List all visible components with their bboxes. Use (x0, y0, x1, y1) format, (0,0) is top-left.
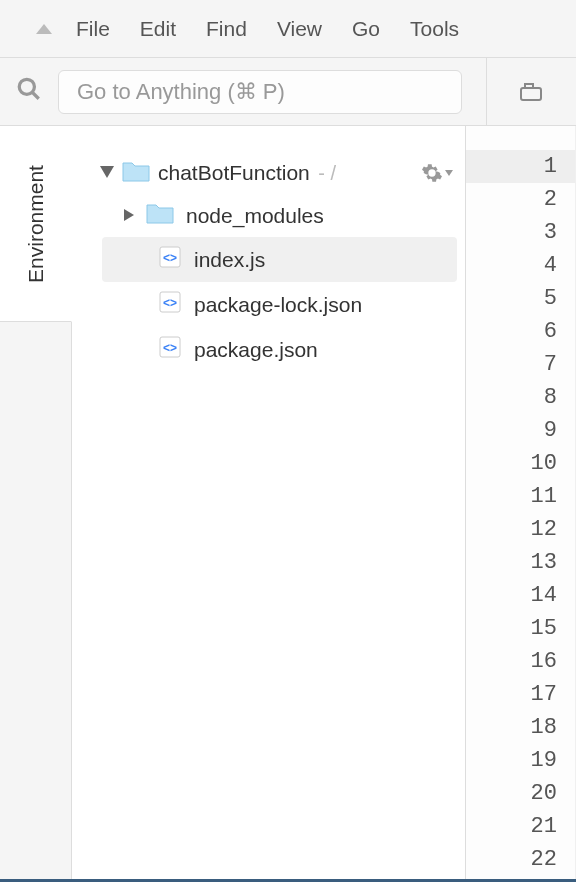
line-number[interactable]: 18 (466, 711, 575, 744)
line-number[interactable]: 22 (466, 843, 575, 876)
environment-tab-label: Environment (24, 165, 48, 283)
gear-icon[interactable] (421, 162, 453, 184)
line-number[interactable]: 16 (466, 645, 575, 678)
svg-marker-4 (100, 166, 114, 178)
line-number[interactable]: 19 (466, 744, 575, 777)
tree-item-label: node_modules (186, 204, 324, 228)
svg-text:<>: <> (163, 341, 177, 355)
chevron-right-icon[interactable] (124, 209, 134, 223)
tree-item-index-js[interactable]: <> index.js (102, 237, 457, 282)
tree-item-label: package.json (194, 338, 318, 362)
line-number[interactable]: 7 (466, 348, 575, 381)
folder-icon (122, 160, 150, 186)
menu-edit[interactable]: Edit (140, 17, 176, 41)
side-tab-container: Environment (0, 126, 72, 882)
line-number[interactable]: 12 (466, 513, 575, 546)
menu-file[interactable]: File (76, 17, 110, 41)
project-suffix: - / (318, 162, 336, 184)
tree-item-label: package-lock.json (194, 293, 362, 317)
line-number[interactable]: 6 (466, 315, 575, 348)
line-number[interactable]: 14 (466, 579, 575, 612)
menu-go[interactable]: Go (352, 17, 380, 41)
environment-tab[interactable]: Environment (0, 126, 72, 322)
toolbar (0, 58, 576, 126)
search-input[interactable] (58, 70, 462, 114)
menu-view[interactable]: View (277, 17, 322, 41)
svg-text:<>: <> (163, 251, 177, 265)
line-number[interactable]: 5 (466, 282, 575, 315)
collapse-arrow-icon[interactable] (24, 24, 64, 34)
file-tree-panel: chatBotFunction - / (72, 126, 466, 882)
line-number[interactable]: 8 (466, 381, 575, 414)
search-icon[interactable] (16, 76, 42, 108)
svg-text:<>: <> (163, 296, 177, 310)
svg-marker-0 (36, 24, 52, 34)
svg-rect-3 (521, 88, 541, 100)
menubar-items: File Edit Find View Go Tools (76, 17, 459, 41)
line-number[interactable]: 17 (466, 678, 575, 711)
toolbar-tab-icon[interactable] (486, 58, 576, 125)
tree-item-package-json[interactable]: <> package.json (84, 327, 465, 372)
line-number[interactable]: 3 (466, 216, 575, 249)
line-number[interactable]: 4 (466, 249, 575, 282)
line-number[interactable]: 15 (466, 612, 575, 645)
menubar: File Edit Find View Go Tools (0, 0, 576, 58)
svg-marker-5 (445, 170, 453, 176)
svg-marker-6 (124, 209, 134, 221)
svg-point-1 (19, 79, 34, 94)
menu-tools[interactable]: Tools (410, 17, 459, 41)
chevron-down-icon[interactable] (100, 164, 114, 182)
line-number[interactable]: 11 (466, 480, 575, 513)
js-file-icon: <> (158, 335, 182, 364)
line-number[interactable]: 21 (466, 810, 575, 843)
main-area: Environment chatBotFunction - / (0, 126, 576, 882)
line-number[interactable]: 13 (466, 546, 575, 579)
tree-item-node-modules[interactable]: node_modules (84, 194, 465, 237)
project-name: chatBotFunction (158, 161, 310, 184)
line-number[interactable]: 2 (466, 183, 575, 216)
menu-find[interactable]: Find (206, 17, 247, 41)
project-row[interactable]: chatBotFunction - / (72, 152, 465, 194)
line-number[interactable]: 20 (466, 777, 575, 810)
tree-item-label: index.js (194, 248, 265, 272)
line-number[interactable]: 10 (466, 447, 575, 480)
js-file-icon: <> (158, 245, 182, 274)
js-file-icon: <> (158, 290, 182, 319)
line-number[interactable]: 1 (466, 150, 575, 183)
tree-children: node_modules <> index.js <> (72, 194, 465, 372)
folder-icon (146, 202, 174, 229)
tree-item-package-lock[interactable]: <> package-lock.json (84, 282, 465, 327)
editor-gutter[interactable]: 1234567891011121314151617181920212223 (466, 126, 576, 882)
svg-line-2 (32, 92, 39, 99)
line-number[interactable]: 9 (466, 414, 575, 447)
